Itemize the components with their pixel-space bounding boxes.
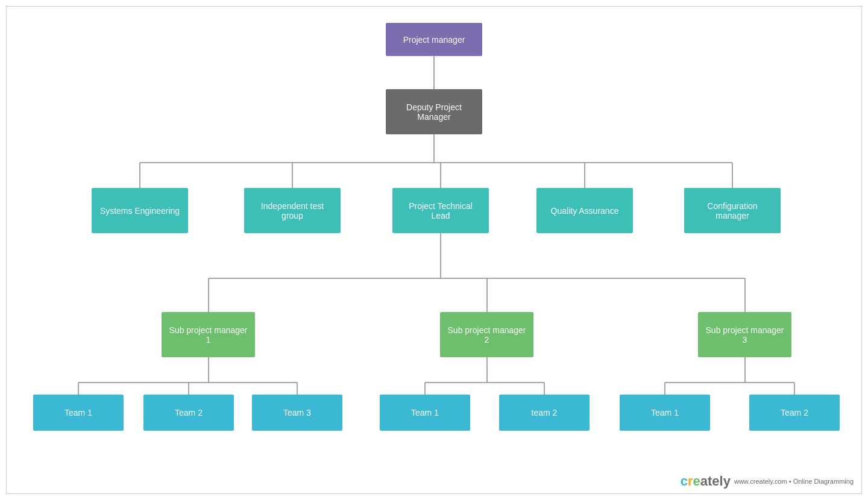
node-config-manager: Configuration manager	[684, 188, 781, 233]
diagram-container: Project manager Deputy Project Manager S…	[0, 0, 868, 500]
node-team3-2: Team 2	[749, 395, 840, 431]
node-deputy-pm: Deputy Project Manager	[386, 89, 482, 134]
node-project-manager: Project manager	[386, 23, 482, 56]
node-team1-3: Team 3	[252, 395, 342, 431]
node-independent-test: Independent test group	[244, 188, 341, 233]
node-systems-eng: Systems Engineering	[92, 188, 188, 233]
watermark-logo: creately	[681, 473, 731, 489]
node-team3-1: Team 1	[620, 395, 710, 431]
node-sub-pm2: Sub project manager 2	[440, 312, 533, 357]
node-sub-pm1: Sub project manager 1	[162, 312, 255, 357]
watermark: creately www.creately.com • Online Diagr…	[681, 473, 854, 489]
node-project-tech-lead: Project Technical Lead	[392, 188, 489, 233]
node-team1-2: Team 2	[143, 395, 234, 431]
watermark-tagline: www.creately.com • Online Diagramming	[734, 478, 854, 485]
node-team2-2: team 2	[499, 395, 590, 431]
node-team2-1: Team 1	[380, 395, 470, 431]
node-team1-1: Team 1	[33, 395, 124, 431]
node-quality-assurance: Quality Assurance	[536, 188, 633, 233]
node-sub-pm3: Sub project manager 3	[698, 312, 791, 357]
